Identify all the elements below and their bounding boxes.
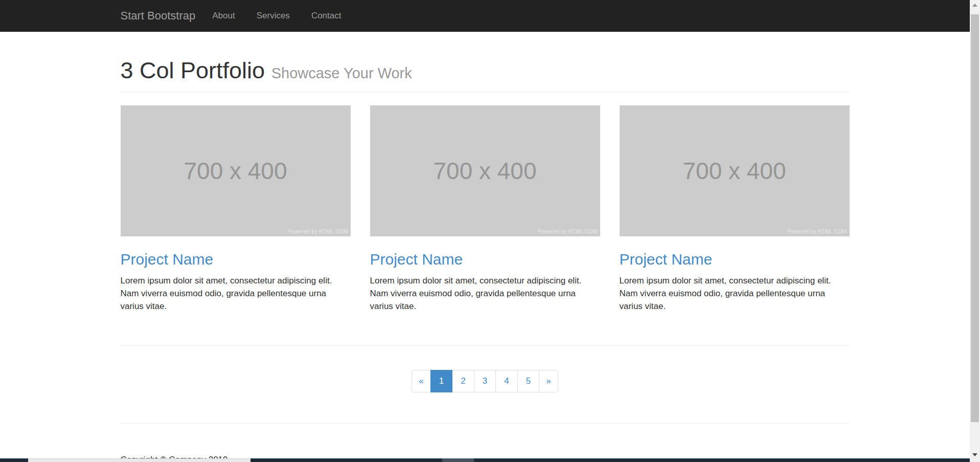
project-title-link[interactable]: Project Name: [620, 251, 713, 268]
placeholder-watermark: Powered by HTML.COM: [787, 229, 847, 234]
divider: [121, 423, 850, 424]
pagination-page-1[interactable]: 1: [430, 370, 452, 392]
placeholder-watermark: Powered by HTML.COM: [288, 229, 348, 234]
nav-link-services[interactable]: Services: [246, 0, 301, 31]
vertical-scrollbar[interactable]: [970, 0, 980, 462]
taskbar-edge: [250, 458, 970, 462]
placeholder-watermark: Powered by HTML.COM: [538, 229, 598, 234]
placeholder-label: 700 x 400: [433, 157, 536, 185]
triangle-down-icon: [972, 453, 977, 456]
horizontal-scrollbar-strip[interactable]: [28, 458, 250, 462]
taskbar-edge-highlight: [442, 458, 474, 462]
navbar-brand[interactable]: Start Bootstrap: [121, 9, 196, 23]
scrollbar-up-arrow-icon[interactable]: [970, 0, 980, 10]
page-subtitle: Showcase Your Work: [271, 65, 412, 81]
browser-viewport: Start Bootstrap About Services Contact 3…: [0, 0, 980, 462]
portfolio-row: 700 x 400 Powered by HTML.COM Project Na…: [121, 105, 850, 313]
project-thumbnail[interactable]: 700 x 400 Powered by HTML.COM: [370, 105, 600, 236]
pagination-prev-button[interactable]: «: [412, 370, 430, 392]
pagination: « 1 2 3 4 5 »: [412, 370, 558, 392]
taskbar-edge-left: [0, 458, 28, 462]
portfolio-card: 700 x 400 Powered by HTML.COM Project Na…: [121, 105, 351, 313]
nav-link-contact[interactable]: Contact: [301, 0, 352, 31]
pagination-page-4[interactable]: 4: [495, 370, 517, 392]
portfolio-card: 700 x 400 Powered by HTML.COM Project Na…: [370, 105, 600, 313]
triangle-up-icon: [972, 4, 977, 7]
project-description: Lorem ipsum dolor sit amet, consectetur …: [620, 274, 850, 313]
page-title: 3 Col Portfolio Showcase Your Work: [121, 57, 850, 86]
pagination-next-button[interactable]: »: [539, 370, 558, 392]
project-thumbnail[interactable]: 700 x 400 Powered by HTML.COM: [121, 105, 351, 236]
placeholder-label: 700 x 400: [184, 157, 287, 185]
scrollbar-thumb[interactable]: [971, 14, 979, 422]
nav-link-about[interactable]: About: [201, 0, 245, 31]
portfolio-card: 700 x 400 Powered by HTML.COM Project Na…: [620, 105, 850, 313]
project-title-link[interactable]: Project Name: [121, 251, 214, 268]
project-description: Lorem ipsum dolor sit amet, consectetur …: [370, 274, 600, 313]
project-title-link[interactable]: Project Name: [370, 251, 463, 268]
pagination-page-5[interactable]: 5: [517, 370, 539, 392]
project-thumbnail[interactable]: 700 x 400 Powered by HTML.COM: [620, 105, 850, 236]
navbar: Start Bootstrap About Services Contact: [0, 0, 970, 32]
page-header: 3 Col Portfolio Showcase Your Work: [121, 57, 850, 92]
scrollbar-down-arrow-icon[interactable]: [970, 449, 980, 459]
project-description: Lorem ipsum dolor sit amet, consectetur …: [121, 274, 351, 313]
navbar-nav: About Services Contact: [201, 0, 352, 31]
pagination-page-3[interactable]: 3: [474, 370, 496, 392]
pagination-page-2[interactable]: 2: [452, 370, 474, 392]
placeholder-label: 700 x 400: [682, 157, 786, 185]
divider: [121, 345, 850, 346]
